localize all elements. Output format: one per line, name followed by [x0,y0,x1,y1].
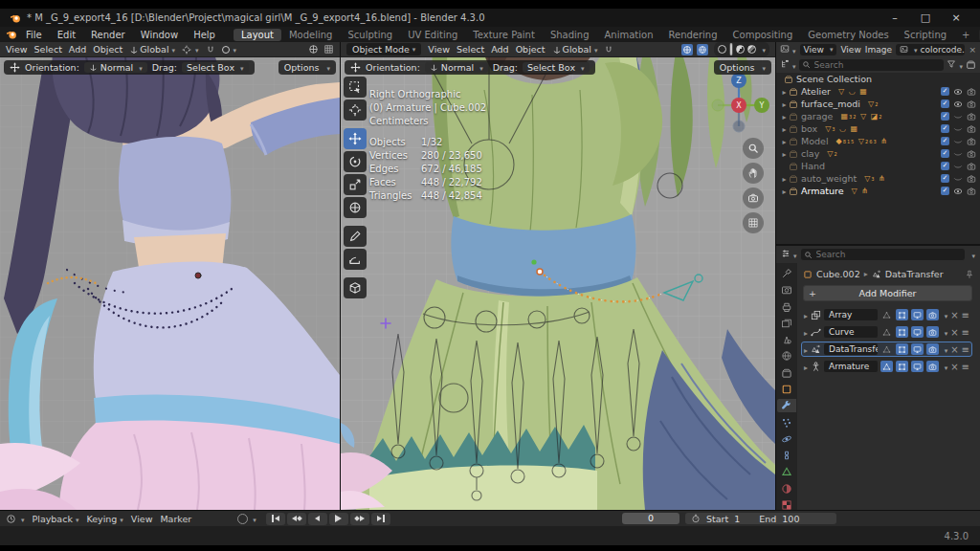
toggle-edit-mode[interactable] [896,326,908,338]
toggle-edit-mode[interactable] [896,343,908,355]
eye-open-icon[interactable] [953,187,963,196]
tab-texture-paint[interactable]: Texture Paint [465,29,543,41]
modifier-name-field[interactable]: Curve [824,326,878,338]
outliner-search[interactable] [799,59,945,71]
tool-add-cube[interactable] [344,277,367,298]
tab-shading[interactable]: Shading [543,29,597,41]
tab-world[interactable] [777,349,796,363]
expand-icon[interactable] [804,362,808,372]
outliner-root[interactable]: Scene Collection [776,73,980,85]
modifier-extras-chevron[interactable] [942,344,948,355]
next-keyframe-button[interactable] [350,513,369,525]
outliner-item-armature[interactable]: Armature▽ ⋔ [776,185,980,197]
pin-icon[interactable] [965,270,974,279]
modifier-extras-chevron[interactable] [942,362,948,372]
start-frame-field[interactable]: 1 [734,514,740,524]
show-overlays-icon[interactable] [323,44,334,55]
image-datablock-selector[interactable]: colorcode.png [896,44,966,55]
menu-window[interactable]: Window [134,30,185,40]
modifier-row-armature[interactable]: Armature [801,359,972,374]
eye-closed-icon[interactable] [953,112,963,121]
toggle-render[interactable] [926,343,939,355]
show-overlays-toggle[interactable] [697,44,708,55]
menu-file[interactable]: File [19,30,49,40]
drag-dropdown[interactable]: Select Box [523,62,590,73]
expand-icon[interactable] [804,344,808,355]
expand-icon[interactable] [780,136,789,146]
tool-scale[interactable] [344,174,367,195]
eye-closed-icon[interactable] [953,137,963,146]
properties-search[interactable] [801,249,966,260]
tool-measure[interactable] [344,249,367,270]
play-button[interactable] [329,513,348,525]
eye-closed-icon[interactable] [953,174,963,184]
toggle-edit-mode[interactable] [896,309,908,320]
camera-render-icon[interactable] [967,162,976,171]
modifier-row-data-transfer[interactable]: DataTransfer [801,342,972,357]
modifier-row-curve[interactable]: Curve [801,324,972,340]
selectable-checkbox[interactable] [941,124,949,133]
drag-handle[interactable] [962,310,969,320]
proportional-edit-icon[interactable] [222,46,230,54]
tool-move[interactable] [344,128,367,149]
expand-icon[interactable] [780,99,789,109]
auto-key-record-button[interactable] [237,514,248,524]
properties-options-chevron[interactable] [969,250,975,260]
eye-closed-icon[interactable] [953,124,963,134]
outliner-item-clay[interactable]: clay▽₂ [776,147,980,160]
mode-dropdown[interactable]: Object Mode [346,43,421,55]
outliner-item-model[interactable]: Model◆₈₁₅ ▽₂₆₃ ⋔ [776,135,980,147]
vpl-menu-view[interactable]: View [6,44,28,55]
vpr-menu-add[interactable]: Add [491,44,508,55]
tab-modeling[interactable]: Modeling [281,29,341,41]
shading-rendered[interactable] [747,45,756,54]
outliner-item-box[interactable]: box▽₃ ◡ ▦ [776,122,980,135]
current-frame-field[interactable]: 0 [622,513,679,524]
selectable-checkbox[interactable] [941,99,949,108]
blender-menu-icon[interactable] [6,29,17,40]
camera-render-icon[interactable] [967,174,976,184]
tab-geometry-nodes[interactable]: Geometry Nodes [800,29,896,41]
expand-icon[interactable] [780,86,789,97]
shading-wireframe[interactable] [718,45,726,54]
image-editor-type-icon[interactable] [780,44,790,54]
vpl-menu-select[interactable]: Select [34,44,62,55]
expand-icon[interactable] [780,111,789,121]
vpr-menu-view[interactable]: View [428,44,450,55]
close-button[interactable]: × [942,9,970,27]
toggle-realtime[interactable] [911,361,924,372]
vpl-menu-add[interactable]: Add [69,44,86,55]
snap-magnet-icon[interactable] [206,45,215,55]
shading-options-chevron[interactable] [759,44,766,55]
modifier-name-field[interactable]: Array [824,309,878,320]
tab-animation[interactable]: Animation [597,29,661,41]
toggle-on-cage[interactable] [880,361,893,372]
options-dropdown[interactable]: Options [714,60,771,75]
tab-particles[interactable] [777,415,796,429]
snap-magnet-icon[interactable] [604,45,613,55]
selectable-checkbox[interactable] [941,187,949,195]
selectable-checkbox[interactable] [941,162,949,170]
tab-modifiers[interactable] [777,399,796,412]
menu-help[interactable]: Help [187,30,222,40]
breadcrumb-modifier[interactable]: DataTransfer [885,269,944,279]
expand-icon[interactable] [780,173,789,184]
vpr-transform-orientation[interactable]: Global [563,44,598,55]
tool-annotate[interactable] [344,226,367,247]
menu-edit[interactable]: Edit [51,30,82,40]
viewport-left[interactable]: View Select Add Object Global Orientatio… [0,42,341,510]
modifier-name-field[interactable]: DataTransfer [824,343,878,355]
toggle-edit-mode[interactable] [896,361,908,372]
play-reverse-button[interactable] [308,513,327,525]
selectable-checkbox[interactable] [941,137,949,145]
menu-render[interactable]: Render [84,30,132,40]
stopwatch-icon[interactable] [691,514,701,523]
vpr-menu-select[interactable]: Select [457,44,484,55]
tab-scene[interactable] [777,333,796,346]
delete-modifier-icon[interactable] [950,344,958,355]
camera-render-icon[interactable] [967,112,976,121]
image-menu-image[interactable]: Image [865,45,892,55]
tab-sculpting[interactable]: Sculpting [340,29,400,41]
tab-compositing[interactable]: Compositing [725,29,801,41]
delete-modifier-icon[interactable] [950,310,958,320]
